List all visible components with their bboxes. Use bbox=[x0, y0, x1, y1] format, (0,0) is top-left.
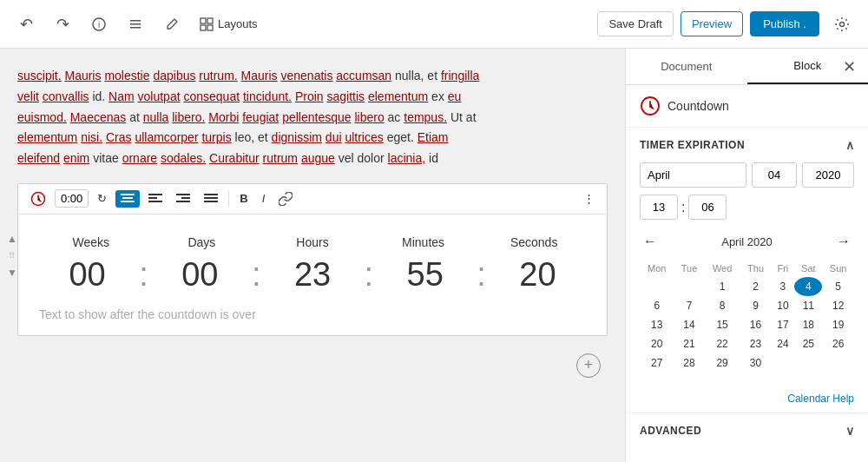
countdown-icon-btn[interactable] bbox=[25, 188, 51, 210]
link-btn[interactable] bbox=[273, 188, 298, 209]
calendar-day bbox=[771, 353, 794, 373]
calendar-next-button[interactable]: → bbox=[833, 230, 854, 253]
info-button[interactable]: i bbox=[83, 9, 115, 40]
cal-header-wed: Wed bbox=[705, 260, 740, 277]
timer-date-row: April JanuaryFebruaryMarch MayJuneJuly A… bbox=[640, 162, 854, 188]
publish-button[interactable]: Publish . bbox=[750, 11, 819, 36]
svg-rect-12 bbox=[122, 197, 133, 199]
calendar-day[interactable]: 26 bbox=[822, 334, 854, 353]
svg-rect-7 bbox=[201, 25, 206, 30]
add-block-area: + bbox=[17, 350, 608, 381]
time-display: 0:00 bbox=[55, 189, 89, 208]
calendar-day[interactable]: 25 bbox=[794, 334, 822, 353]
reset-btn[interactable]: ↻ bbox=[92, 188, 112, 208]
calendar-day[interactable]: 18 bbox=[794, 315, 822, 334]
calendar-day[interactable]: 21 bbox=[674, 334, 705, 353]
label-hours: Hours bbox=[257, 235, 368, 249]
calendar-day[interactable]: 11 bbox=[794, 296, 822, 315]
calendar-day[interactable]: 3 bbox=[771, 277, 794, 296]
calendar-day[interactable]: 14 bbox=[674, 315, 705, 334]
advanced-arrow: ∨ bbox=[845, 424, 855, 438]
calendar-day[interactable]: 19 bbox=[822, 315, 854, 334]
timer-section-arrow: ∧ bbox=[845, 138, 855, 152]
calendar-day[interactable]: 29 bbox=[705, 353, 740, 373]
bold-btn[interactable]: B bbox=[234, 188, 253, 208]
calendar: ← April 2020 → Mon Tue Wed Thu Fri Sat S… bbox=[626, 230, 868, 386]
day-input[interactable] bbox=[752, 162, 797, 188]
calendar-help: Calendar Help bbox=[626, 386, 868, 412]
month-select[interactable]: April JanuaryFebruaryMarch MayJuneJuly A… bbox=[640, 162, 746, 188]
calendar-day[interactable]: 20 bbox=[640, 334, 674, 353]
svg-rect-13 bbox=[121, 201, 135, 202]
label-minutes: Minutes bbox=[368, 235, 479, 249]
val-weeks: 00 bbox=[36, 256, 139, 294]
calendar-day[interactable]: 2 bbox=[740, 277, 772, 296]
val-hours: 23 bbox=[260, 256, 364, 294]
advanced-section[interactable]: Advanced ∨ bbox=[626, 412, 868, 448]
svg-rect-24 bbox=[204, 197, 218, 199]
cal-header-mon: Mon bbox=[640, 260, 674, 277]
editor-area[interactable]: ▲ ⠿ ▼ suscipit. Mauris molestie dapibus … bbox=[0, 49, 625, 462]
panel-close-button[interactable]: ✕ bbox=[837, 55, 861, 79]
val-seconds: 20 bbox=[486, 256, 589, 294]
calendar-day[interactable]: 16 bbox=[740, 315, 772, 334]
align-justify-btn[interactable] bbox=[199, 190, 223, 208]
minute-input[interactable] bbox=[688, 195, 727, 220]
scroll-handle: ▲ ⠿ ▼ bbox=[0, 227, 24, 285]
scroll-up-arrow[interactable]: ▲ bbox=[3, 230, 21, 248]
calendar-day[interactable]: 8 bbox=[705, 296, 740, 315]
hour-input[interactable] bbox=[640, 195, 678, 220]
panel-block-title: Countdown bbox=[626, 85, 868, 128]
undo-button[interactable]: ↶ bbox=[10, 9, 42, 40]
calendar-day[interactable]: 13 bbox=[640, 315, 674, 334]
calendar-day[interactable]: 27 bbox=[640, 353, 674, 373]
scroll-down-arrow[interactable]: ▼ bbox=[3, 264, 21, 281]
cal-header-sat: Sat bbox=[794, 260, 822, 277]
settings-button[interactable] bbox=[826, 9, 858, 40]
calendar-day[interactable]: 10 bbox=[771, 296, 794, 315]
calendar-day[interactable]: 24 bbox=[771, 334, 794, 353]
add-block-button[interactable]: + bbox=[576, 353, 601, 378]
label-seconds: Seconds bbox=[478, 235, 589, 249]
calendar-day[interactable]: 30 bbox=[740, 353, 772, 373]
svg-rect-23 bbox=[204, 194, 218, 195]
panel-tabs: Document Block ✕ bbox=[626, 49, 868, 85]
more-options-btn[interactable]: ⋮ bbox=[578, 188, 600, 208]
calendar-day[interactable]: 9 bbox=[740, 296, 772, 315]
tab-document[interactable]: Document bbox=[626, 49, 747, 84]
svg-rect-2 bbox=[130, 20, 141, 22]
calendar-day[interactable]: 4 bbox=[794, 277, 822, 296]
calendar-day[interactable]: 12 bbox=[822, 296, 854, 315]
val-days: 00 bbox=[148, 256, 252, 294]
timer-expiration-section[interactable]: Timer expiration ∧ bbox=[626, 128, 868, 162]
calendar-day[interactable]: 6 bbox=[640, 296, 674, 315]
italic-btn[interactable]: I bbox=[257, 188, 271, 208]
save-draft-button[interactable]: Save Draft bbox=[597, 11, 673, 36]
toolbar-separator bbox=[228, 190, 229, 208]
calendar-help-link[interactable]: Calendar Help bbox=[787, 393, 854, 405]
calendar-day[interactable]: 5 bbox=[822, 277, 854, 296]
calendar-day[interactable]: 17 bbox=[771, 315, 794, 334]
layouts-button[interactable]: Layouts bbox=[193, 14, 265, 35]
calendar-day[interactable]: 28 bbox=[674, 353, 705, 373]
svg-rect-15 bbox=[148, 194, 162, 195]
calendar-prev-button[interactable]: ← bbox=[640, 230, 661, 253]
block-name-label: Countdown bbox=[667, 99, 729, 113]
redo-button[interactable]: ↷ bbox=[47, 9, 78, 40]
calendar-day[interactable]: 15 bbox=[705, 315, 740, 334]
countdown-toolbar: 0:00 ↻ B bbox=[18, 184, 607, 214]
preview-button[interactable]: Preview bbox=[681, 11, 743, 36]
list-view-button[interactable] bbox=[120, 9, 151, 40]
calendar-day[interactable]: 23 bbox=[740, 334, 772, 353]
calendar-day[interactable]: 7 bbox=[674, 296, 705, 315]
svg-rect-3 bbox=[130, 23, 141, 25]
cal-header-thu: Thu bbox=[740, 260, 772, 277]
year-input[interactable] bbox=[802, 162, 854, 188]
svg-rect-19 bbox=[176, 194, 190, 195]
align-center-btn[interactable] bbox=[115, 190, 140, 208]
calendar-day[interactable]: 1 bbox=[705, 277, 740, 296]
edit-button[interactable] bbox=[156, 9, 187, 40]
calendar-day[interactable]: 22 bbox=[705, 334, 740, 353]
align-left-btn[interactable] bbox=[143, 190, 168, 208]
align-right-btn[interactable] bbox=[171, 190, 195, 208]
